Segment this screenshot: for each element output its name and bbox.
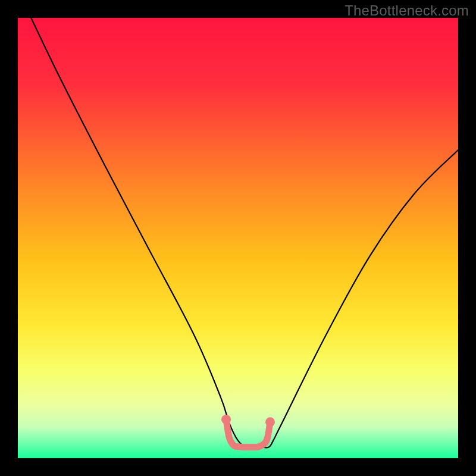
chart-frame: TheBottleneck.com xyxy=(0,0,476,476)
right-dot xyxy=(265,417,275,427)
bottom-highlight xyxy=(226,419,270,447)
bottleneck-curve xyxy=(31,18,458,447)
left-dot xyxy=(221,415,231,424)
watermark-text: TheBottleneck.com xyxy=(345,2,469,19)
plot-area xyxy=(18,18,458,458)
curve-layer xyxy=(18,18,458,458)
